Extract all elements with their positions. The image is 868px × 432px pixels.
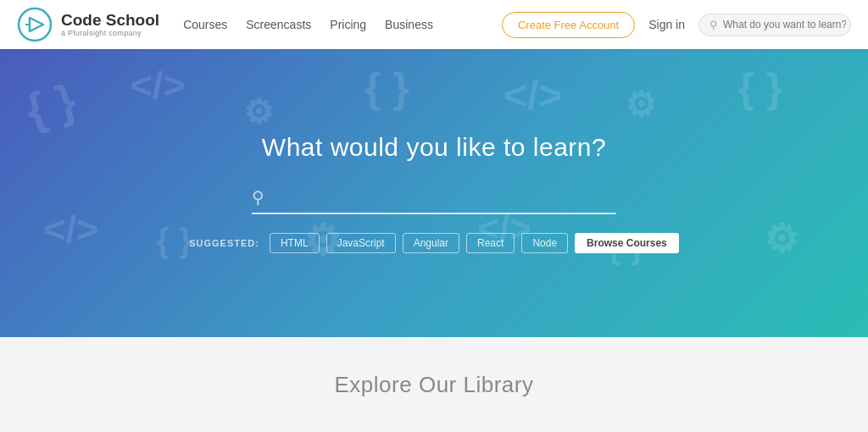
hero-title: What would you like to learn? <box>0 133 868 162</box>
search-icon: ⚲ <box>709 19 718 31</box>
svg-marker-1 <box>30 18 43 31</box>
nav-search[interactable]: ⚲ <box>698 14 851 36</box>
hero-section: { } </> ⚙ { } </> ⚙ { } </> { } ⚙ </> { … <box>0 49 868 337</box>
tag-node[interactable]: Node <box>521 233 568 253</box>
browse-courses-button[interactable]: Browse Courses <box>575 233 679 253</box>
create-account-button[interactable]: Create Free Account <box>502 12 635 38</box>
nav-right: Create Free Account Sign in ⚲ <box>502 12 851 38</box>
logo-subtitle: a Pluralsight company <box>61 29 159 37</box>
hero-content: What would you like to learn? ⚲ SUGGESTE… <box>0 133 868 253</box>
sign-in-link[interactable]: Sign in <box>648 18 685 31</box>
suggested-row: SUGGESTED: HTML JavaScript Angular React… <box>0 233 868 253</box>
logo-icon <box>17 7 53 42</box>
logo[interactable]: Code School a Pluralsight company <box>17 7 159 42</box>
hero-search-input[interactable] <box>273 189 595 207</box>
nav-search-input[interactable] <box>723 19 846 30</box>
nav-business[interactable]: Business <box>385 18 433 31</box>
tag-react[interactable]: React <box>466 233 515 253</box>
hero-search-wrap: ⚲ <box>252 187 616 214</box>
nav-pricing[interactable]: Pricing <box>330 18 366 31</box>
navbar: Code School a Pluralsight company Course… <box>0 0 868 49</box>
nav-courses[interactable]: Courses <box>183 18 227 31</box>
bottom-section: Explore Our Library <box>0 337 868 432</box>
svg-point-0 <box>19 8 51 41</box>
tag-angular[interactable]: Angular <box>403 233 459 253</box>
hero-search-icon: ⚲ <box>252 187 264 208</box>
tag-html[interactable]: HTML <box>270 233 320 253</box>
logo-title: Code School <box>61 12 159 30</box>
nav-links: Courses Screencasts Pricing Business <box>183 18 502 31</box>
suggested-label: SUGGESTED: <box>189 238 259 248</box>
nav-screencasts[interactable]: Screencasts <box>246 18 311 31</box>
tag-javascript[interactable]: JavaScript <box>326 233 396 253</box>
explore-title: Explore Our Library <box>335 372 534 398</box>
